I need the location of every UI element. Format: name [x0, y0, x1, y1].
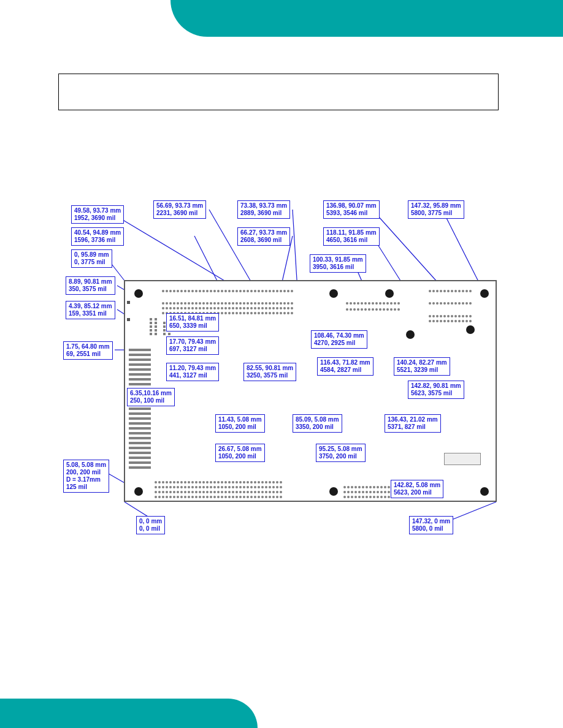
dimension-label: 5.08, 5.08 mm200, 200 milD = 3.17mm 125 … — [63, 460, 109, 493]
dimension-label: 11.20, 79.43 mm441, 3127 mil — [166, 363, 219, 381]
dimension-label: 147.32, 95.89 mm5800, 3775 mil — [408, 200, 464, 219]
pin-row — [162, 290, 321, 292]
pin-row — [162, 302, 321, 305]
pcb-pad — [127, 318, 130, 321]
dimension-label: 142.82, 90.81 mm5623, 3575 mil — [408, 381, 464, 399]
dimension-label: 82.55, 90.81 mm3250, 3575 mil — [243, 363, 296, 381]
dimension-label: 136.98, 90.07 mm5393, 3546 mil — [323, 200, 380, 219]
pin-col — [155, 318, 157, 335]
mounting-hole — [134, 289, 143, 298]
dimension-label: 4.39, 85.12 mm159, 3351 mil — [66, 301, 115, 319]
pin-bars — [129, 349, 151, 477]
pin-row — [162, 307, 321, 309]
dimension-label: 40.54, 94.89 mm1596, 3736 mil — [71, 227, 124, 246]
svg-line-1 — [209, 210, 256, 290]
dimension-label: 118.11, 91.85 mm4650, 3616 mil — [323, 227, 380, 246]
pin-row — [155, 491, 302, 493]
dimension-label: 6.35,10.16 mm250, 100 mil — [127, 388, 175, 406]
dimension-label: 95.25, 5.08 mm3750, 200 mil — [316, 444, 366, 462]
dimension-label: 49.58, 93.73 mm1952, 3690 mil — [71, 205, 124, 224]
dimension-label: 136.43, 21.02 mm5371, 827 mil — [385, 414, 441, 433]
footer-decoration — [0, 699, 258, 728]
pin-row — [429, 302, 478, 305]
mounting-hole — [466, 325, 475, 334]
mounting-hole — [406, 330, 415, 339]
mounting-hole — [134, 487, 143, 496]
dimension-label: 116.43, 71.82 mm4584, 2827 mil — [317, 357, 373, 376]
dimension-label: 142.82, 5.08 mm5623, 200 mil — [391, 480, 443, 498]
pin-row — [155, 481, 302, 483]
dimension-label: 0, 0 mm0, 0 mil — [136, 516, 165, 534]
pin-row — [429, 320, 478, 322]
svg-line-4 — [442, 210, 483, 291]
dimension-label: 26.67, 5.08 mm1050, 200 mil — [215, 444, 265, 462]
dimension-label: 73.38, 93.73 mm2889, 3690 mil — [237, 200, 290, 219]
svg-line-0 — [115, 215, 240, 290]
pcb-dimension-figure: 49.58, 93.73 mm1952, 3690 mil 56.69, 93.… — [66, 199, 501, 542]
pin-row — [429, 290, 478, 292]
mounting-hole — [329, 289, 338, 298]
svg-line-2 — [293, 210, 297, 290]
dimension-label: 108.46, 74.30 mm4270, 2925 mil — [311, 330, 367, 349]
dimension-label: 140.24, 82.27 mm5521, 3239 mil — [394, 357, 450, 376]
dimension-label: 0, 95.89 mm0, 3775 mil — [71, 249, 112, 268]
pin-row — [155, 496, 302, 498]
pin-row — [155, 486, 302, 488]
dimension-label: 147.32, 0 mm5800, 0 mil — [409, 516, 453, 534]
mounting-hole — [385, 289, 394, 298]
connector — [444, 453, 481, 465]
dimension-label: 56.69, 93.73 mm2231, 3690 mil — [153, 200, 206, 219]
dimension-label: 100.33, 91.85 mm3950, 3616 mil — [310, 254, 366, 273]
dimension-label: 8.89, 90.81 mm350, 3575 mil — [66, 276, 115, 295]
header-decoration — [170, 0, 563, 37]
dimension-label: 66.27, 93.73 mm2608, 3690 mil — [237, 227, 290, 246]
dimension-label: 1.75, 64.80 mm69, 2551 mil — [63, 341, 113, 360]
pin-row — [346, 302, 407, 305]
section-title-bar — [58, 74, 499, 110]
mounting-hole — [480, 289, 489, 298]
pin-col — [163, 322, 166, 335]
dimension-label: 11.43, 5.08 mm1050, 200 mil — [215, 414, 265, 433]
pin-row — [429, 315, 478, 317]
pin-col — [150, 318, 152, 335]
pin-row — [346, 308, 407, 311]
dimension-label: 17.70, 79.43 mm697, 3127 mil — [166, 336, 219, 355]
mounting-hole — [329, 487, 338, 496]
dimension-label: 85.09, 5.08 mm3350, 200 mil — [293, 414, 342, 433]
mounting-hole — [480, 487, 489, 496]
dimension-label: 16.51, 84.81 mm650, 3339 mil — [166, 313, 219, 332]
pcb-pad — [127, 301, 130, 304]
